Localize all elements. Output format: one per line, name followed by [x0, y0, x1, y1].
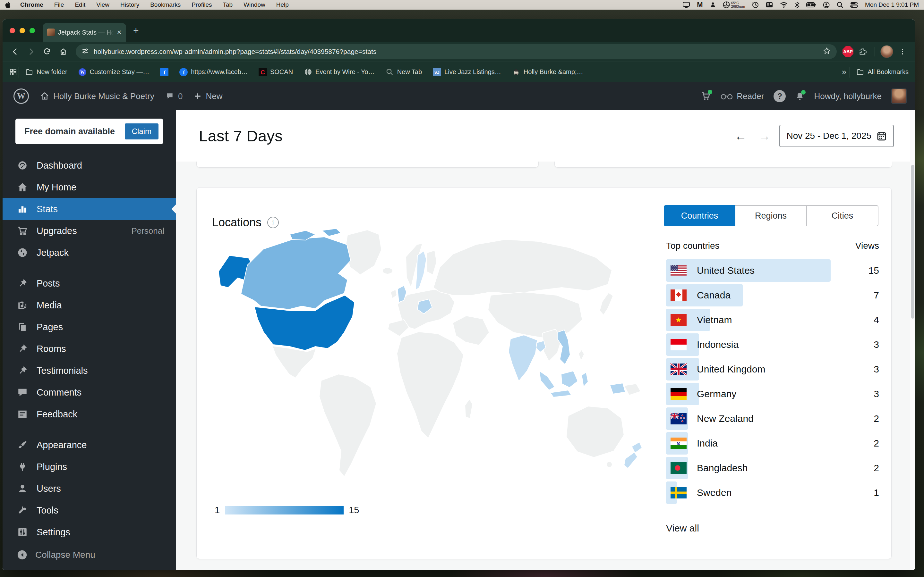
home-icon[interactable]	[57, 45, 70, 58]
sidebar-item-stats[interactable]: Stats	[3, 198, 176, 220]
bookmark-item-6[interactable]: Event by Wire - Yo…	[304, 68, 375, 76]
wp-logo-menu[interactable]: W	[13, 89, 29, 104]
sidebar-item-my-home[interactable]: My Home	[3, 176, 176, 198]
keyboard-settings-icon[interactable]	[766, 2, 773, 8]
bookmark-item-8[interactable]: vJLive Jazz Listings…	[433, 68, 501, 76]
sidebar-item-comments[interactable]: Comments	[3, 382, 176, 403]
country-row-nz[interactable]: New Zealand2	[666, 408, 879, 430]
sidebar-item-posts[interactable]: Posts	[3, 272, 176, 294]
menu-bookmarks[interactable]: Bookmarks	[150, 1, 181, 8]
adblock-plus-extension-icon[interactable]: ABP	[843, 46, 853, 57]
sidebar-item-testimonials[interactable]: Testimonials	[3, 359, 176, 382]
reader-menu[interactable]: Reader	[720, 91, 764, 101]
date-range-picker[interactable]: Nov 25 - Dec 1, 2025	[779, 125, 894, 147]
map-country-id-papua[interactable]	[610, 383, 625, 394]
apps-grid-icon[interactable]	[9, 68, 17, 76]
apple-menu-icon[interactable]	[5, 2, 11, 8]
user-avatar[interactable]	[891, 89, 907, 104]
control-center-icon[interactable]	[850, 2, 858, 8]
claim-domain-button[interactable]: Claim	[125, 123, 158, 139]
previous-period-button[interactable]: ←	[732, 129, 749, 143]
bluetooth-icon[interactable]	[795, 2, 799, 8]
sidebar-item-dashboard[interactable]: Dashboard	[3, 155, 176, 176]
country-row-us[interactable]: United States15	[666, 259, 879, 282]
menu-file[interactable]: File	[54, 1, 64, 8]
map-country-id-sumatra[interactable]	[540, 371, 555, 390]
back-icon[interactable]	[8, 45, 22, 58]
country-row-ca[interactable]: Canada7	[666, 284, 879, 306]
notifications-bell[interactable]	[795, 91, 804, 101]
map-country-ca-arctic-2[interactable]	[322, 229, 341, 236]
menu-bar-clock[interactable]: Mon Dec 1 9:01 PM	[865, 1, 919, 8]
map-country-se[interactable]	[415, 251, 426, 290]
sidebar-item-media[interactable]: Media	[3, 294, 176, 316]
cart-menu[interactable]	[701, 91, 711, 101]
country-row-id[interactable]: Indonesia3	[666, 334, 879, 356]
tab-cities[interactable]: Cities	[807, 205, 879, 226]
fan-monitor-icon[interactable]: 65°C2683rpm	[723, 1, 745, 8]
sidebar-item-plugins[interactable]: Plugins	[3, 456, 176, 478]
map-country-ca[interactable]	[241, 237, 351, 309]
monogram-menu-icon[interactable]: M	[697, 1, 703, 9]
country-row-in[interactable]: India2	[666, 432, 879, 455]
user-status-icon[interactable]	[710, 2, 716, 8]
sidebar-item-upgrades[interactable]: UpgradesPersonal	[3, 220, 176, 242]
chrome-menu-kebab-icon[interactable]	[896, 45, 909, 58]
tab-close-icon[interactable]: ✕	[117, 29, 121, 36]
bookmark-item-5[interactable]: CSOCAN	[258, 68, 293, 76]
forward-icon[interactable]	[24, 45, 38, 58]
map-country-id-java[interactable]	[550, 390, 572, 397]
reload-icon[interactable]	[40, 45, 54, 58]
tab-regions[interactable]: Regions	[735, 205, 807, 226]
sidebar-item-appearance[interactable]: Appearance	[3, 434, 176, 456]
sidebar-item-settings[interactable]: Settings	[3, 521, 176, 543]
menu-profiles[interactable]: Profiles	[192, 1, 212, 8]
minimize-window-button[interactable]	[19, 28, 25, 33]
menu-help[interactable]: Help	[276, 1, 289, 8]
spotlight-search-icon[interactable]	[837, 2, 843, 8]
country-row-gb[interactable]: United Kingdom3	[666, 358, 879, 380]
map-country-id-sulawesi[interactable]	[582, 372, 588, 387]
menu-view[interactable]: View	[96, 1, 110, 8]
scrollbar-thumb[interactable]	[911, 165, 914, 319]
sidebar-item-pages[interactable]: Pages	[3, 316, 176, 338]
screen-mirroring-icon[interactable]	[683, 2, 690, 8]
address-bar[interactable]: hollyburke.wordpress.com/wp-admin/admin.…	[76, 44, 837, 59]
site-settings-icon[interactable]	[81, 47, 89, 56]
menu-tab[interactable]: Tab	[223, 1, 233, 8]
bookmark-item-7[interactable]: New Tab	[386, 68, 422, 76]
url-text[interactable]: hollyburke.wordpress.com/wp-admin/admin.…	[94, 48, 818, 55]
sidebar-item-jetpack[interactable]: Jetpack	[3, 242, 176, 263]
country-row-bd[interactable]: Bangladesh2	[666, 457, 879, 479]
menu-window[interactable]: Window	[244, 1, 265, 8]
sidebar-item-tools[interactable]: Tools	[3, 500, 176, 521]
map-country-nz-south[interactable]	[624, 452, 638, 468]
menu-edit[interactable]: Edit	[75, 1, 86, 8]
map-country-id-borneo[interactable]	[561, 371, 578, 388]
country-row-de[interactable]: Germany3	[666, 383, 879, 405]
zoom-window-button[interactable]	[29, 28, 35, 33]
sidebar-item-rooms[interactable]: Rooms	[3, 338, 176, 359]
wifi-icon[interactable]	[780, 2, 788, 8]
close-window-button[interactable]	[10, 28, 15, 33]
battery-icon[interactable]	[806, 2, 816, 7]
profile-avatar[interactable]	[880, 45, 893, 58]
country-row-vn[interactable]: Vietnam4	[666, 309, 879, 331]
map-country-nz-north[interactable]	[632, 442, 642, 453]
time-machine-icon[interactable]	[752, 2, 759, 8]
sidebar-item-feedback[interactable]: Feedback	[3, 403, 176, 425]
help-icon[interactable]: ?	[774, 90, 786, 102]
next-period-button[interactable]: →	[756, 129, 773, 143]
comments-menu[interactable]: 0	[165, 91, 183, 101]
browser-tab[interactable]: Jetpack Stats — Holly Burke M ✕	[43, 23, 126, 42]
tab-countries[interactable]: Countries	[664, 205, 735, 226]
bookmarks-overflow-icon[interactable]: »	[842, 67, 846, 77]
bookmark-item-9[interactable]: Holly Burke &amp;…	[512, 68, 583, 76]
content-scrollbar[interactable]	[910, 110, 915, 570]
bookmark-star-icon[interactable]	[822, 47, 831, 56]
view-all-link[interactable]: View all	[666, 523, 699, 534]
menu-history[interactable]: History	[120, 1, 139, 8]
site-menu[interactable]: Holly Burke Music & Poetry	[40, 91, 154, 101]
bookmark-item-2[interactable]: WCustomize Stay —…	[78, 68, 150, 76]
fast-user-switch-icon[interactable]	[823, 2, 830, 8]
